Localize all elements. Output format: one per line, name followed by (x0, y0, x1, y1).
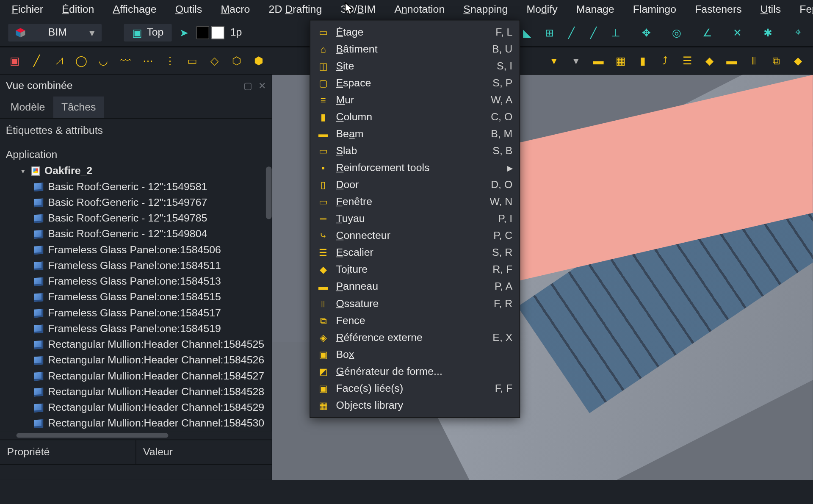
menu-fasteners[interactable]: Fasteners (686, 1, 751, 18)
menu-snapping[interactable]: Snapping (454, 1, 517, 18)
menu-item-escalier[interactable]: ☰EscalierS, R (310, 244, 520, 261)
menu-fentre[interactable]: Fenêtre (790, 1, 813, 18)
snap-angle-icon[interactable]: ∠ (697, 22, 717, 42)
snap-intersect-icon[interactable]: ✕ (727, 22, 747, 42)
menu-item-column[interactable]: ▮ColumnC, O (310, 109, 520, 126)
tree-item[interactable]: Rectangular Mullion:Header Channel:15845… (3, 368, 268, 384)
tree-item[interactable]: Frameless Glass Panel:one:1584515 (3, 289, 268, 305)
tool-icon[interactable]: 〰 (116, 51, 136, 71)
tool-icon[interactable]: ▦ (611, 51, 630, 71)
menu-item-beam[interactable]: ▬BeamB, M (310, 126, 520, 143)
rect-icon[interactable]: ▭ (183, 51, 202, 71)
line-width-field[interactable]: 1p (227, 26, 245, 39)
tree-doc-row[interactable]: ▾ Oakfire_2 (3, 163, 268, 179)
menu-item-objectslibrary[interactable]: ▦Objects library (310, 397, 520, 414)
menu-item-mur[interactable]: ≡MurW, A (310, 92, 520, 109)
workbench-selector[interactable]: BIM ▾ (8, 24, 102, 41)
tree-item[interactable]: Frameless Glass Panel:one:1584511 (3, 258, 268, 274)
tree-item[interactable]: Rectangular Mullion:Header Channel:15845… (3, 415, 268, 431)
menu-item-faceslies[interactable]: ▣Face(s) liée(s)F, F (310, 380, 520, 397)
menu-item-ossature[interactable]: ⦀OssatureF, R (310, 295, 520, 312)
horizontal-scrollbar[interactable] (0, 431, 272, 439)
menu-item-site[interactable]: ◫SiteS, I (310, 58, 520, 75)
tab-model[interactable]: Modèle (3, 97, 53, 118)
tree-item[interactable]: Frameless Glass Panel:one:1584506 (3, 242, 268, 258)
tool-icon[interactable]: ◣ (517, 22, 537, 42)
tree-item[interactable]: Rectangular Mullion:Header Channel:15845… (3, 400, 268, 415)
menu-utils[interactable]: Utils (751, 1, 790, 18)
snap-special-icon[interactable]: ✱ (758, 22, 778, 42)
stairs-icon[interactable]: ☰ (677, 51, 697, 71)
tool-icon[interactable]: ▾ (544, 51, 564, 71)
grid-icon[interactable]: ⊞ (539, 22, 559, 42)
snap-near-icon[interactable]: ⌖ (788, 22, 808, 42)
wall-icon[interactable]: ▬ (589, 51, 608, 71)
arc-icon[interactable]: ◡ (94, 51, 113, 71)
tool-icon[interactable]: ╱ (561, 22, 581, 42)
tree-item[interactable]: Basic Roof:Generic - 12":1549785 (3, 210, 268, 226)
tool-icon[interactable]: ⬡ (227, 51, 246, 71)
tool-icon[interactable]: ⋯ (138, 51, 158, 71)
snap-center-icon[interactable]: ◎ (667, 22, 687, 42)
tree-item[interactable]: Basic Roof:Generic - 12":1549804 (3, 226, 268, 242)
color-swatch-black[interactable] (196, 26, 209, 39)
menu-item-toiture[interactable]: ◆ToitureR, F (310, 261, 520, 278)
tree-item[interactable]: Frameless Glass Panel:one:1584519 (3, 321, 268, 337)
tool-icon[interactable]: ╱ (584, 22, 604, 42)
frame-icon[interactable]: ⦀ (744, 51, 764, 71)
line-icon[interactable]: ╱ (27, 51, 47, 71)
tool-icon[interactable]: ⋮ (160, 51, 180, 71)
tree-item[interactable]: Rectangular Mullion:Header Channel:15845… (3, 352, 268, 368)
menu-item-rfrenceexterne[interactable]: ◈Référence externeE, X (310, 329, 520, 346)
chevron-down-icon[interactable]: ▾ (566, 51, 586, 71)
menu-item-box[interactable]: ▣Box (310, 346, 520, 363)
menu-item-fence[interactable]: ⧉Fence (310, 312, 520, 329)
menu-2ddrafting[interactable]: 2D Drafting (260, 1, 332, 18)
menu-fichier[interactable]: Fichier (3, 1, 53, 18)
color-swatch-white[interactable] (212, 26, 224, 39)
menu-modify[interactable]: Modify (517, 1, 567, 18)
tool-icon[interactable]: ⬢ (249, 51, 269, 71)
tree-item[interactable]: Rectangular Mullion:Header Channel:15845… (3, 384, 268, 400)
model-tree[interactable]: ▾ Oakfire_2 Basic Roof:Generic - 12":154… (0, 163, 272, 431)
menu-item-door[interactable]: ▯DoorD, O (310, 177, 520, 194)
tab-tasks[interactable]: Tâches (53, 97, 104, 118)
menu-item-tage[interactable]: ▭ÉtageF, L (310, 24, 520, 41)
roof-icon[interactable]: ◆ (700, 51, 719, 71)
column-icon[interactable]: ▮ (633, 51, 653, 71)
tool-icon[interactable]: ◇ (205, 51, 224, 71)
close-icon[interactable]: ✕ (258, 80, 266, 91)
menu-item-espace[interactable]: ▢EspaceS, P (310, 75, 520, 92)
tree-item[interactable]: Basic Roof:Generic - 12":1549581 (3, 179, 268, 194)
snap-perp-icon[interactable]: ⊥ (606, 22, 626, 42)
menu-item-panneau[interactable]: ▬PanneauP, A (310, 278, 520, 295)
menu-manage[interactable]: Manage (567, 1, 624, 18)
menu-annotation[interactable]: Annotation (385, 1, 454, 18)
menu-item-connecteur[interactable]: ⤷ConnecteurP, C (310, 227, 520, 244)
menu-dition[interactable]: Édition (53, 1, 103, 18)
menu-item-tuyau[interactable]: ═TuyauP, I (310, 210, 520, 227)
tree-item[interactable]: Rectangular Mullion:Header Channel:15845… (3, 337, 268, 352)
move-icon[interactable]: ✥ (636, 22, 656, 42)
tree-item[interactable]: Frameless Glass Panel:one:1584517 (3, 305, 268, 321)
menu-item-fentre[interactable]: ▭FenêtreW, N (310, 194, 520, 210)
menu-macro[interactable]: Macro (211, 1, 259, 18)
menu-item-btiment[interactable]: ⌂BâtimentB, U (310, 41, 520, 58)
circle-icon[interactable]: ◯ (71, 51, 91, 71)
undock-icon[interactable]: ▢ (243, 80, 252, 91)
expander-icon[interactable]: ▾ (19, 167, 27, 175)
pipe-icon[interactable]: ⤴ (655, 51, 675, 71)
tree-item[interactable]: Frameless Glass Panel:one:1584513 (3, 274, 268, 289)
tool-icon[interactable]: ◆ (788, 51, 808, 71)
fence-icon[interactable]: ⧉ (766, 51, 786, 71)
panel-icon[interactable]: ▬ (722, 51, 741, 71)
menu-item-gnrateurdeforme[interactable]: ◩Générateur de forme... (310, 363, 520, 380)
polyline-icon[interactable]: ⩘ (49, 51, 69, 71)
view-top-button[interactable]: ▣ Top (124, 24, 172, 41)
menu-item-slab[interactable]: ▭SlabS, B (310, 143, 520, 160)
menu-affichage[interactable]: Affichage (103, 1, 166, 18)
menu-3dbim[interactable]: 3D/BIM (331, 1, 385, 18)
tree-item[interactable]: Basic Roof:Generic - 12":1549767 (3, 195, 268, 210)
tool-icon[interactable]: ➤ (174, 22, 194, 42)
menu-outils[interactable]: Outils (166, 1, 212, 18)
